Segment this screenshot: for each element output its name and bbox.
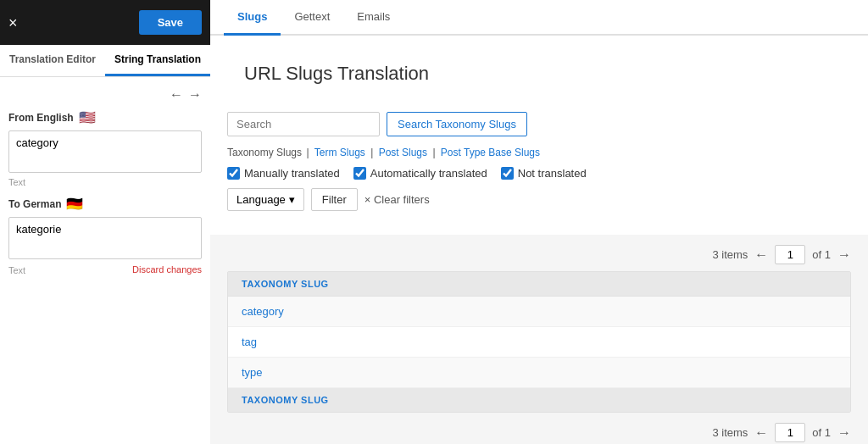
nav-forward-button[interactable]: →	[188, 87, 202, 103]
taxonomy-table: TAXONOMY SLUG category tag type TAXONOMY…	[227, 271, 851, 413]
to-lang-section: To German 🇩🇪 kategorie Text Discard chan…	[8, 196, 202, 275]
table-header: TAXONOMY SLUG	[228, 272, 850, 297]
filter-row: Language ▾ Filter × Clear filters	[227, 188, 851, 211]
close-icon[interactable]: ×	[8, 15, 18, 31]
sidebar-tabs: Translation Editor String Translation	[0, 45, 210, 77]
search-input[interactable]	[227, 112, 380, 136]
filter-button[interactable]: Filter	[311, 188, 358, 211]
tab-gettext[interactable]: Gettext	[281, 0, 343, 36]
next-page-top[interactable]: →	[837, 247, 851, 263]
main-content: URL Slugs Translation Search Taxonomy Sl…	[210, 36, 868, 444]
pagination-bottom: 3 items ← of 1 →	[227, 423, 851, 442]
manually-translated-checkbox[interactable]: Manually translated	[227, 167, 340, 180]
page-title: URL Slugs Translation	[227, 49, 851, 98]
nav-arrows: ← →	[8, 84, 202, 109]
pagination-top: 3 items ← of 1 →	[227, 245, 851, 264]
to-lang-flag: 🇩🇪	[66, 196, 83, 212]
sidebar: × Save Translation Editor String Transla…	[0, 0, 210, 444]
search-taxonomy-button[interactable]: Search Taxonomy Slugs	[387, 112, 527, 136]
chevron-down-icon: ▾	[289, 193, 295, 206]
to-lang-hint: Text	[8, 265, 25, 275]
manually-translated-label: Manually translated	[244, 167, 340, 180]
table-area: 3 items ← of 1 → TAXONOMY SLUG category …	[227, 235, 851, 442]
next-page-bottom[interactable]: →	[837, 425, 851, 441]
language-dropdown-label: Language	[236, 193, 286, 206]
to-lang-label: To German 🇩🇪	[8, 196, 202, 212]
search-row: Search Taxonomy Slugs	[227, 112, 851, 136]
term-slugs-link[interactable]: Term Slugs	[314, 147, 365, 158]
from-lang-section: From English 🇺🇸 category Text	[8, 109, 202, 187]
to-lang-text: To German	[8, 198, 61, 210]
post-slugs-link[interactable]: Post Slugs	[379, 147, 427, 158]
page-input-top[interactable]	[775, 245, 805, 264]
main-panel: Slugs Gettext Emails URL Slugs Translati…	[210, 0, 868, 444]
tab-slugs[interactable]: Slugs	[224, 0, 281, 36]
page-input-bottom[interactable]	[775, 423, 805, 442]
from-lang-label: From English 🇺🇸	[8, 109, 202, 125]
automatically-translated-checkbox[interactable]: Automatically translated	[353, 167, 487, 180]
tab-translation-editor[interactable]: Translation Editor	[0, 45, 105, 76]
items-count-bottom: 3 items	[712, 426, 748, 439]
from-lang-hint: Text	[8, 177, 202, 187]
of-label-bottom: of 1	[812, 426, 831, 439]
prev-page-bottom[interactable]: ←	[754, 425, 768, 441]
nav-back-button[interactable]: ←	[170, 87, 183, 103]
not-translated-checkbox[interactable]: Not translated	[501, 167, 587, 180]
language-dropdown[interactable]: Language ▾	[227, 188, 304, 211]
automatically-translated-input[interactable]	[353, 167, 366, 180]
post-type-base-slugs-link[interactable]: Post Type Base Slugs	[441, 147, 540, 158]
save-button[interactable]: Save	[139, 10, 202, 35]
table-row[interactable]: type	[228, 358, 850, 388]
from-lang-input[interactable]: category	[8, 130, 202, 173]
clear-filters-button[interactable]: × Clear filters	[364, 193, 430, 206]
tab-emails[interactable]: Emails	[343, 0, 403, 36]
main-tabs: Slugs Gettext Emails	[210, 0, 868, 36]
prev-page-top[interactable]: ←	[754, 247, 768, 263]
filter-prefix: Taxonomy Slugs	[227, 147, 302, 158]
table-row[interactable]: tag	[228, 327, 850, 358]
discard-changes-link[interactable]: Discard changes	[132, 264, 202, 275]
table-row[interactable]: category	[228, 297, 850, 327]
checkbox-row: Manually translated Automatically transl…	[227, 167, 851, 180]
not-translated-label: Not translated	[518, 167, 587, 180]
manually-translated-input[interactable]	[227, 167, 240, 180]
title-area: URL Slugs Translation Search Taxonomy Sl…	[210, 36, 868, 235]
items-count-top: 3 items	[712, 248, 748, 261]
of-label-top: of 1	[812, 248, 831, 261]
discard-row: Text Discard changes	[8, 264, 202, 275]
sidebar-body: ← → From English 🇺🇸 category Text To Ger…	[0, 77, 210, 444]
tab-string-translation[interactable]: String Translation	[105, 45, 210, 76]
filter-links: Taxonomy Slugs | Term Slugs | Post Slugs…	[227, 147, 851, 158]
from-lang-text: From English	[8, 112, 74, 124]
sidebar-header: × Save	[0, 0, 210, 45]
to-lang-input[interactable]: kategorie	[8, 217, 202, 259]
from-lang-flag: 🇺🇸	[79, 109, 96, 125]
automatically-translated-label: Automatically translated	[370, 167, 487, 180]
table-footer: TAXONOMY SLUG	[228, 388, 850, 412]
not-translated-input[interactable]	[501, 167, 514, 180]
